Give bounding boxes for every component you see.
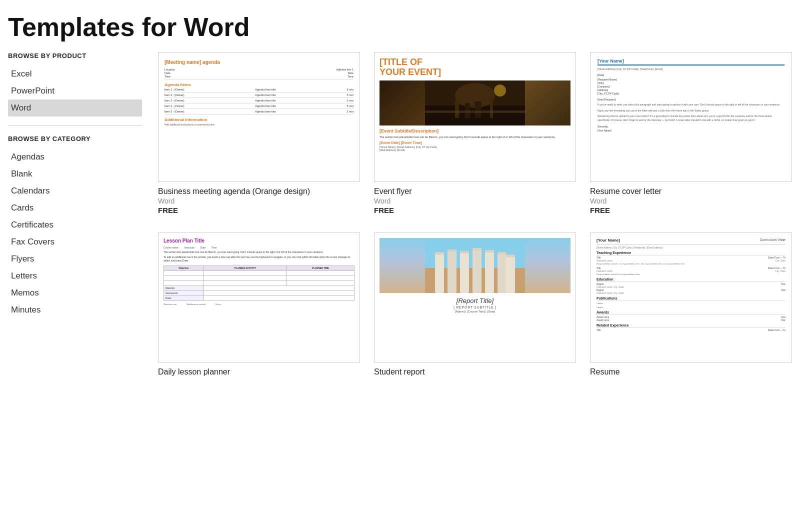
svg-rect-14 xyxy=(472,249,482,293)
template-name-1: Event flyer xyxy=(374,187,576,196)
sidebar-item-excel[interactable]: Excel xyxy=(8,66,142,82)
template-price-0: FREE xyxy=(158,206,360,214)
svg-rect-8 xyxy=(425,110,525,113)
svg-rect-20 xyxy=(460,251,469,254)
category-nav: Agendas Blank Calendars Cards Certificat… xyxy=(8,148,142,318)
template-thumb-lesson: Lesson Plan Title Course name Instructor… xyxy=(158,232,360,362)
svg-rect-15 xyxy=(485,251,494,293)
sidebar-item-certificates[interactable]: Certificates xyxy=(8,216,142,234)
sidebar-item-agendas[interactable]: Agendas xyxy=(8,148,142,166)
sidebar-item-word[interactable]: Word xyxy=(8,100,142,116)
product-nav: Excel PowerPoint Word xyxy=(8,66,142,116)
sidebar: BROWSE BY PRODUCT Excel PowerPoint Word … xyxy=(0,52,150,338)
svg-rect-6 xyxy=(475,102,481,118)
sidebar-item-calendars[interactable]: Calendars xyxy=(8,182,142,200)
svg-point-7 xyxy=(494,84,506,96)
svg-rect-11 xyxy=(435,253,444,293)
sidebar-item-memos[interactable]: Memos xyxy=(8,284,142,302)
svg-rect-16 xyxy=(498,253,506,293)
svg-rect-19 xyxy=(448,250,456,252)
templates-grid: [Meeting name] agenda LocationAddress li… xyxy=(158,52,792,378)
sidebar-item-flyers[interactable]: Flyers xyxy=(8,250,142,268)
sidebar-item-blank[interactable]: Blank xyxy=(8,166,142,182)
svg-rect-18 xyxy=(435,252,444,254)
template-name-2: Resume cover letter xyxy=(590,187,792,196)
template-price-1: FREE xyxy=(374,206,576,214)
template-thumb-report: [Report Title] [ REPORT SUBTITLE ] [Name… xyxy=(374,232,576,362)
template-name-5: Resume xyxy=(590,368,792,376)
template-card-lesson[interactable]: Lesson Plan Title Course name Instructor… xyxy=(158,232,360,378)
svg-rect-23 xyxy=(498,252,506,254)
main-content: [Meeting name] agenda LocationAddress li… xyxy=(150,52,800,398)
template-name-4: Student report xyxy=(374,368,576,376)
template-name-0: Business meeting agenda (Orange design) xyxy=(158,187,360,196)
main-layout: BROWSE BY PRODUCT Excel PowerPoint Word … xyxy=(0,52,800,398)
template-thumb-flyer: [TITLE OFYOUR EVENT] xyxy=(374,52,576,182)
template-card-flyer[interactable]: [TITLE OFYOUR EVENT] xyxy=(374,52,576,214)
sidebar-item-cards[interactable]: Cards xyxy=(8,200,142,216)
template-thumb-resume: [Your Name] Curriculum Vitae [Street Add… xyxy=(590,232,792,362)
template-thumb-cover: [Your Name] [Street Address], [City, ST … xyxy=(590,52,792,182)
template-card-cover[interactable]: [Your Name] [Street Address], [City, ST … xyxy=(590,52,792,214)
template-product-2: Word xyxy=(590,197,792,205)
template-product-1: Word xyxy=(374,197,576,205)
sidebar-divider xyxy=(8,126,142,126)
svg-rect-12 xyxy=(448,250,456,293)
sidebar-item-powerpoint[interactable]: PowerPoint xyxy=(8,82,142,100)
template-price-2: FREE xyxy=(590,206,792,214)
svg-rect-24 xyxy=(506,254,515,257)
template-product-0: Word xyxy=(158,197,360,205)
page-title: Templates for Word xyxy=(0,0,800,52)
svg-rect-13 xyxy=(460,252,469,293)
svg-rect-4 xyxy=(490,98,493,118)
svg-rect-17 xyxy=(506,256,515,293)
sidebar-item-minutes[interactable]: Minutes xyxy=(8,302,142,318)
browse-category-label: BROWSE BY CATEGORY xyxy=(8,135,142,144)
template-name-3: Daily lesson planner xyxy=(158,368,360,376)
svg-rect-3 xyxy=(455,100,459,118)
template-card-agenda[interactable]: [Meeting name] agenda LocationAddress li… xyxy=(158,52,360,214)
template-card-resume[interactable]: [Your Name] Curriculum Vitae [Street Add… xyxy=(590,232,792,378)
svg-rect-22 xyxy=(485,250,494,252)
browse-product-label: BROWSE BY PRODUCT xyxy=(8,52,142,60)
sidebar-item-letters[interactable]: Letters xyxy=(8,268,142,284)
sidebar-item-fax-covers[interactable]: Fax Covers xyxy=(8,234,142,250)
svg-rect-21 xyxy=(472,248,482,250)
template-card-report[interactable]: [Report Title] [ REPORT SUBTITLE ] [Name… xyxy=(374,232,576,378)
template-thumb-agenda: [Meeting name] agenda LocationAddress li… xyxy=(158,52,360,182)
